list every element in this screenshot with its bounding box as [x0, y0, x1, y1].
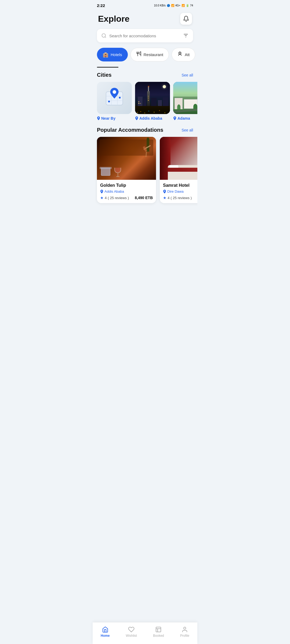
city-card-nearby[interactable]: Near By [97, 82, 132, 120]
battery-level: 74 [190, 4, 193, 7]
search-icon [101, 33, 107, 38]
page-title: Explore [98, 14, 129, 24]
rating-reviews-samrat: ( [171, 196, 172, 200]
home-icon [102, 626, 108, 633]
pin-icon-nearby [97, 116, 100, 120]
hotel-image-samrat [160, 137, 197, 180]
tab-hotels[interactable]: 🏨 Hotels [97, 48, 128, 61]
nav-label-home: Home [101, 634, 110, 638]
map-pin-nearby [105, 87, 124, 109]
nav-item-profile[interactable]: Profile [176, 625, 194, 639]
nav-label-profile: Profile [180, 634, 189, 638]
hotel-info-golden-tulip: Golden Tulip Addis Ababa ★ 4 (25 reviews… [97, 180, 156, 203]
city-image-addis [135, 82, 170, 114]
city-name-adama: Adama [173, 116, 197, 120]
accommodations-section-header: Popular Accommodations See all [93, 127, 197, 137]
4g-icon: 4G+ [175, 4, 180, 7]
notification-button[interactable] [180, 13, 192, 25]
profile-icon [182, 626, 188, 633]
status-time: 2:22 [97, 3, 105, 8]
city-name-nearby-text: Near By [101, 116, 115, 120]
rating-reviews-golden-tulip: ( [108, 196, 109, 200]
hotel-meta-golden-tulip: ★ 4 (25 reviews) 8,490 ETB [100, 196, 153, 200]
svg-point-0 [102, 34, 106, 37]
star-icon-golden-tulip: ★ [100, 196, 104, 200]
wishlist-icon [128, 626, 135, 633]
tab-indicator [97, 67, 118, 68]
hotel-meta-samrat: ★ 4 (25 reviews) [163, 196, 197, 200]
hotel-card-golden-tulip[interactable]: Golden Tulip Addis Ababa ★ 4 (25 reviews… [97, 137, 156, 203]
location-pin-samrat [163, 190, 166, 193]
filter-icon[interactable] [183, 33, 189, 39]
hotel-info-samrat: Samrat Hotel Dire Dawa ★ 4 (25 reviews) [160, 180, 197, 203]
svg-point-4 [179, 52, 181, 54]
star-icon-samrat: ★ [163, 196, 166, 200]
booked-icon [155, 626, 162, 633]
hotel-location-samrat: Dire Dawa [163, 189, 197, 193]
city-image-nearby [97, 82, 132, 114]
nav-item-wishlist[interactable]: Wishlist [122, 625, 141, 639]
cities-see-all[interactable]: See all [182, 73, 193, 77]
hotel-image-golden-tulip [97, 137, 156, 180]
svg-point-12 [108, 101, 110, 103]
city-name-addis: Addis Ababa [135, 116, 170, 120]
category-tabs: 🏨 Hotels Restaurant Att [93, 48, 197, 67]
status-icons: 10.0 KB/s 🔵 📶 4G+ 📶 🔋 74 [154, 4, 193, 7]
battery-icon: 🔋 [186, 4, 189, 7]
nav-item-booked[interactable]: Booked [149, 625, 168, 639]
signal-icon-2: 📶 [182, 4, 185, 7]
bottom-nav: Home Wishlist Booked Profile [93, 622, 197, 644]
tab-restaurant[interactable]: Restaurant [130, 48, 169, 61]
hotel-location-golden-tulip-text: Addis Ababa [104, 189, 124, 193]
cities-title: Cities [97, 72, 111, 78]
attractions-icon [177, 51, 183, 58]
cities-row: Near By [93, 82, 197, 127]
nav-label-wishlist: Wishlist [126, 634, 137, 638]
hotel-rating-golden-tulip: ★ 4 (25 reviews) [100, 196, 129, 200]
accommodations-see-all[interactable]: See all [182, 128, 193, 132]
accommodations-row: Golden Tulip Addis Ababa ★ 4 (25 reviews… [93, 137, 197, 210]
city-card-adama[interactable]: Adama [173, 82, 197, 120]
hotel-card-samrat[interactable]: Samrat Hotel Dire Dawa ★ 4 (25 reviews) [160, 137, 197, 203]
city-name-nearby: Near By [97, 116, 132, 120]
signal-icon: 📶 [171, 4, 174, 7]
hotel-location-golden-tulip: Addis Ababa [100, 189, 153, 193]
location-pin-golden-tulip [100, 190, 103, 193]
pin-icon-adama [173, 116, 176, 120]
svg-rect-14 [156, 627, 161, 632]
bell-icon [183, 16, 189, 22]
city-name-addis-text: Addis Ababa [139, 116, 162, 120]
hotel-name-samrat: Samrat Hotel [163, 183, 197, 188]
cities-section-header: Cities See all [93, 72, 197, 82]
accommodations-title: Popular Accommodations [97, 127, 163, 133]
addis-night-bg [135, 82, 170, 114]
restaurant-label: Restaurant [144, 52, 163, 57]
hotels-label: Hotels [111, 52, 122, 57]
city-card-addis[interactable]: Addis Ababa [135, 82, 170, 120]
svg-point-11 [113, 90, 116, 94]
pin-icon-addis [135, 116, 138, 120]
city-image-adama [173, 82, 197, 114]
hotel-price-golden-tulip: 8,490 ETB [135, 196, 153, 200]
hotel-location-samrat-text: Dire Dawa [167, 189, 184, 193]
restaurant-icon [136, 51, 142, 58]
status-bar: 2:22 10.0 KB/s 🔵 📶 4G+ 📶 🔋 74 [93, 0, 197, 10]
bluetooth-icon: 🔵 [167, 4, 170, 7]
nav-label-booked: Booked [153, 634, 164, 638]
search-input[interactable] [109, 34, 183, 38]
hotels-icon: 🏨 [103, 52, 108, 58]
hotel-rating-samrat: ★ 4 (25 reviews) [163, 196, 192, 200]
svg-point-17 [184, 627, 186, 629]
svg-point-13 [119, 97, 121, 99]
attractions-label: Att [185, 52, 190, 57]
city-name-adama-text: Adama [177, 116, 190, 120]
nav-item-home[interactable]: Home [96, 625, 114, 639]
rating-value-samrat: 4 [168, 196, 169, 200]
network-speed: 10.0 KB/s [154, 4, 165, 7]
hotel-name-golden-tulip: Golden Tulip [100, 183, 153, 188]
header: Explore [93, 10, 197, 29]
search-bar [97, 29, 193, 42]
rating-value-golden-tulip: 4 [105, 196, 107, 200]
tab-attractions[interactable]: Att [172, 48, 195, 61]
